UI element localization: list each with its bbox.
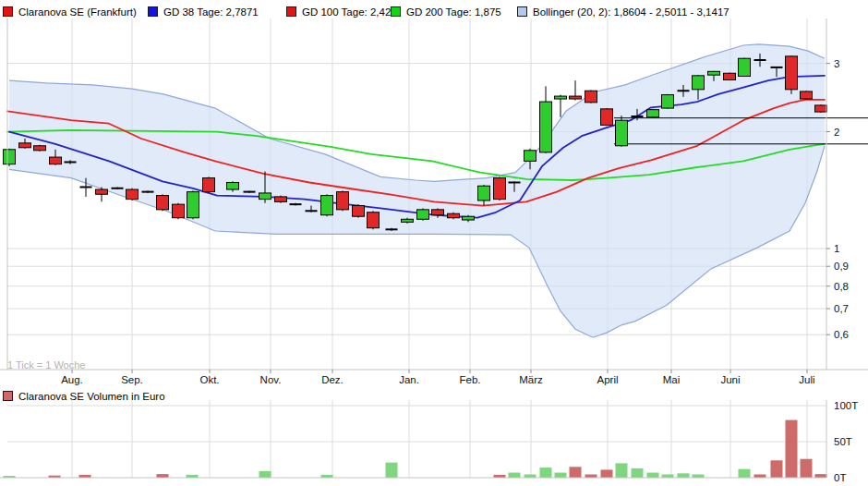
month-label: Dez.	[321, 374, 344, 385]
month-label: Aug.	[61, 374, 83, 385]
candle-down	[19, 143, 31, 148]
candle-down	[801, 91, 813, 99]
candle-down	[448, 213, 460, 218]
volume-bar	[386, 463, 398, 478]
month-label: Sep.	[121, 374, 143, 385]
volume-bar	[524, 474, 536, 478]
legend-item-bollinger: Bollinger (20, 2): 1,8604 - 2,5011 - 3,1…	[517, 3, 729, 14]
gd100-swatch-icon	[286, 6, 296, 17]
candle-up	[321, 196, 333, 215]
stock-chart-container: Aug.Sep.Okt.Nov.Dez.Jan.Feb.MärzAprilMai…	[0, 0, 868, 486]
candle-up	[187, 192, 199, 218]
volume-bar	[647, 473, 659, 478]
candle-up	[478, 186, 490, 200]
candle-up	[463, 216, 475, 220]
volume-bar	[693, 474, 705, 478]
volume-tick-label: 0T	[834, 472, 846, 483]
volume-bar	[815, 474, 827, 478]
bollinger-swatch-icon	[517, 6, 527, 17]
volume-bar	[157, 474, 169, 478]
candle-up	[708, 71, 720, 75]
price-tick-label: 0,8	[834, 281, 849, 292]
volume-bar	[801, 459, 813, 478]
candlestick-chart-canvas: Aug.Sep.Okt.Nov.Dez.Jan.Feb.MärzAprilMai…	[0, 0, 868, 486]
tick-interval-note: 1 Tick = 1 Woche	[7, 359, 85, 371]
month-label: Juni	[720, 374, 740, 385]
candle-down	[601, 109, 613, 126]
month-label: Juli	[799, 374, 814, 385]
candle-up	[402, 219, 414, 222]
volume-bar	[540, 468, 552, 478]
volume-bar	[662, 474, 674, 478]
legend-label: GD 38 Tage: 2,7871	[163, 6, 259, 18]
candle-up	[739, 58, 751, 76]
candle-down	[494, 178, 506, 200]
candle-down	[815, 105, 827, 112]
candle-down	[786, 56, 798, 90]
price-tick-label: 0,6	[834, 329, 849, 340]
month-label: Okt.	[199, 374, 219, 385]
candle-up	[693, 76, 705, 90]
volume-bar	[632, 468, 644, 478]
volume-bar	[259, 471, 271, 478]
candle-up	[540, 102, 552, 152]
candle-down	[203, 178, 215, 192]
volume-tick-label: 100T	[834, 400, 858, 411]
candle-down	[96, 189, 108, 194]
price-tick-label: 3	[834, 58, 839, 69]
volume-bar	[739, 469, 751, 478]
candle-up	[647, 110, 659, 117]
volume-bar	[616, 463, 628, 478]
candle-down	[585, 91, 597, 103]
price-tick-label: 1	[834, 243, 839, 254]
legend-label: Claranova SE Volumen in Euro	[18, 391, 165, 402]
volume-bar	[771, 460, 783, 478]
month-label: Mai	[663, 374, 681, 385]
volume-bar	[786, 420, 798, 478]
candle-up	[555, 96, 567, 99]
volume-bar	[601, 469, 613, 478]
candle-down	[157, 196, 169, 210]
candle-down	[337, 192, 349, 210]
candle-up	[4, 150, 16, 164]
candle-down	[275, 197, 287, 201]
candle-up	[227, 182, 239, 189]
legend-item-gd38: GD 38 Tage: 2,7871	[148, 3, 259, 14]
candle-up	[662, 95, 674, 108]
candle-down	[173, 204, 185, 218]
volume-bar	[509, 473, 521, 478]
instrument-swatch-icon	[3, 6, 13, 17]
legend-item-gd200: GD 200 Tage: 1,875	[391, 3, 501, 14]
candle-up	[616, 120, 628, 146]
price-tick-label: 2	[834, 127, 839, 138]
volume-bar	[555, 473, 567, 478]
month-label: Nov.	[260, 374, 282, 385]
legend-item-instrument: Claranova SE (Frankfurt)	[3, 3, 137, 14]
price-tick-label: 0,9	[834, 261, 849, 272]
volume-bar	[678, 473, 690, 478]
volume-bar	[754, 474, 766, 478]
month-label: April	[597, 374, 618, 385]
legend-item-volume: Claranova SE Volumen in Euro	[3, 387, 165, 398]
gd200-swatch-icon	[391, 6, 401, 17]
legend-item-gd100: GD 100 Tage: 2,428	[286, 3, 397, 14]
price-tick-label: 0,7	[834, 303, 849, 314]
legend-label: Bollinger (20, 2): 1,8604 - 2,5011 - 3,1…	[533, 6, 729, 18]
candle-up	[524, 151, 536, 162]
month-label: Jan.	[399, 374, 419, 385]
candle-down	[353, 206, 365, 217]
candle-up	[259, 193, 271, 200]
volume-legend: Claranova SE Volumen in Euro	[0, 386, 868, 400]
legend-label: GD 100 Tage: 2,428	[302, 6, 397, 18]
candle-down	[368, 213, 380, 228]
candle-down	[432, 210, 444, 215]
candle-down	[127, 189, 139, 200]
volume-bar	[570, 467, 582, 478]
candle-down	[570, 96, 582, 99]
volume-swatch-icon	[3, 391, 13, 401]
price-legend: Claranova SE (Frankfurt) GD 38 Tage: 2,7…	[0, 0, 868, 17]
candle-down	[724, 73, 736, 79]
month-label: Feb.	[459, 374, 480, 385]
candle-up	[417, 210, 429, 219]
month-label: März	[519, 374, 543, 385]
